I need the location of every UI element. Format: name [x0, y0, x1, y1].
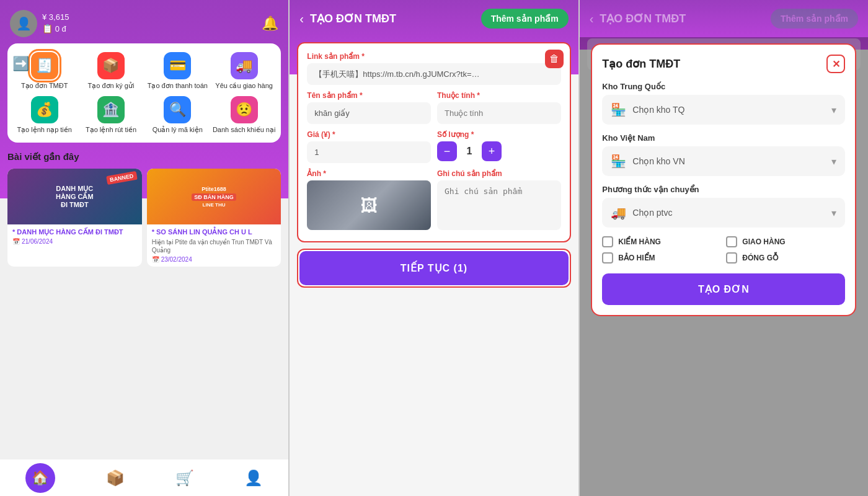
qty-field: Số lượng * − 1 + — [437, 130, 561, 163]
kho-tq-label: Kho Trung Quốc — [602, 82, 845, 91]
checkbox-box-bao-hiem — [602, 252, 613, 264]
create-order-title-bg: TẠO ĐƠN TMĐT — [600, 12, 764, 25]
menu-item-thanh-toan[interactable]: 💳 Tạo đơn thanh toán — [146, 52, 210, 90]
kho-vn-placeholder: Chọn kho VN — [632, 156, 684, 166]
menu-item-giao-hang[interactable]: 🚚 Yêu cầu giao hàng — [212, 52, 276, 90]
home-header: 👤 ¥ 3,615 📋 0 đ 🔔 — [0, 0, 288, 43]
nav-packages[interactable]: 📦 — [106, 469, 125, 487]
calendar-icon-2: 📅 — [152, 256, 159, 263]
checkbox-bao-hiem[interactable]: BẢO HIỂM — [602, 252, 721, 264]
menu-icon-rut-tien: 🏦 — [97, 96, 125, 123]
kho-vn-select[interactable]: 🏪 Chọn kho VN ▾ — [602, 146, 845, 176]
back-button[interactable]: ‹ — [299, 12, 304, 26]
name-input[interactable] — [307, 102, 431, 124]
note-field: Ghi chú sản phẩm — [437, 169, 561, 232]
product-image[interactable]: 🖼 — [307, 180, 431, 230]
modal-title: Tạo đơn TMĐT — [602, 57, 680, 71]
delete-product-button[interactable]: 🗑 — [545, 50, 564, 68]
panel-home: 👤 ¥ 3,615 📋 0 đ 🔔 ➡️ 🧾 Tạo đơn TMĐT 📦 — [0, 0, 288, 496]
article-date-1: 📅 21/06/2024 — [12, 238, 137, 245]
nav-home[interactable]: 🏠 — [25, 463, 55, 493]
name-attr-row: Tên sản phẩm * Thuộc tính * — [307, 91, 560, 124]
price-qty-row: Giá (¥) * Số lượng * − 1 + — [307, 130, 560, 163]
article-desc-2: Hiện tại Ptite đa vận chuyển Trun TMĐT V… — [152, 238, 277, 254]
menu-label-tao-don-ky-gui: Tạo đơn ký gửi — [88, 82, 135, 90]
articles-section: Bài viết gần đây BANNED DANH MỤCHÀNG CẤM… — [0, 143, 288, 272]
menu-icon-thanh-toan: 💳 — [164, 52, 191, 79]
articles-grid: BANNED DANH MỤCHÀNG CẤMĐI TMĐT * DANH MỤ… — [7, 169, 281, 267]
modal-create-button[interactable]: TẠO ĐƠN — [602, 273, 845, 305]
link-input[interactable] — [307, 63, 560, 85]
kho-tq-select-inner: 🏪 Chọn kho TQ — [611, 102, 684, 117]
nav-cart[interactable]: 🛒 — [175, 469, 194, 487]
modal-close-button[interactable]: ✕ — [826, 55, 845, 73]
article-meta-1: * DANH MỤC HÀNG CẤM ĐI TMĐT 📅 21/06/2024 — [7, 224, 142, 249]
warehouse-tq-icon: 🏪 — [611, 102, 626, 117]
continue-button[interactable]: TIẾP TỤC (1) — [299, 251, 568, 285]
kho-tq-select[interactable]: 🏪 Chọn kho TQ ▾ — [602, 95, 845, 125]
note-textarea[interactable] — [437, 180, 561, 230]
bottom-nav: 🏠 📦 🛒 👤 — [0, 459, 288, 496]
kho-vn-label: Kho Việt Nam — [602, 133, 845, 143]
photo-field: Ảnh * 🖼 — [307, 169, 431, 232]
menu-item-tao-don-ky-gui[interactable]: 📦 Tạo đơn ký gửi — [79, 52, 143, 90]
packages-icon: 📦 — [106, 469, 125, 487]
article-img-1: BANNED DANH MỤCHÀNG CẤMĐI TMĐT — [7, 169, 142, 224]
menu-item-khieu-nai[interactable]: 😟 Danh sách khiếu nại — [212, 96, 276, 134]
ptvc-icon: 🚚 — [611, 205, 626, 220]
checkbox-label-giao-hang: GIAO HÀNG — [742, 237, 785, 246]
menu-item-nap-tien[interactable]: 💰 Tạo lệnh nạp tiền — [12, 96, 76, 134]
menu-label-ma-kien: Quản lý mã kiện — [153, 126, 203, 134]
checkbox-kiem-hang[interactable]: KIỂM HÀNG — [602, 236, 721, 247]
arrow-indicator: ➡️ — [12, 56, 29, 72]
menu-label-tao-don-tmdt: Tạo đơn TMĐT — [21, 82, 68, 90]
article-meta-2: * SO SÁNH LIN QUẢNG CH U L Hiện tại Ptit… — [147, 224, 281, 267]
kho-vn-select-inner: 🏪 Chọn kho VN — [611, 154, 684, 169]
calendar-icon: 📅 — [12, 238, 20, 245]
attr-input[interactable] — [437, 102, 561, 124]
modal-header: Tạo đơn TMĐT ✕ — [602, 55, 845, 73]
qty-minus-button[interactable]: − — [437, 141, 457, 161]
note-label: Ghi chú sản phẩm — [437, 169, 561, 178]
menu-icon-ma-kien: 🔍 — [164, 96, 191, 123]
checkbox-label-bao-hiem: BẢO HIỂM — [618, 254, 655, 262]
avatar[interactable]: 👤 — [10, 10, 37, 37]
ptvc-select[interactable]: 🚚 Chọn ptvc ▾ — [602, 198, 845, 228]
qty-label: Số lượng * — [437, 130, 561, 139]
article-text-1: DANH MỤCHÀNG CẤMĐI TMĐT — [56, 185, 94, 208]
article-item-danh-muc[interactable]: BANNED DANH MỤCHÀNG CẤMĐI TMĐT * DANH MỤ… — [7, 169, 142, 267]
continue-button-wrap: TIẾP TỤC (1) — [297, 249, 570, 288]
add-product-button[interactable]: Thêm sản phẩm — [481, 9, 569, 29]
product-image-inner: 🖼 — [307, 180, 431, 230]
article-text-2: Ptite1688 SĐ BÁN HÀNG LINE THU — [192, 186, 236, 208]
price-label: Giá (¥) * — [307, 130, 431, 139]
price-input[interactable] — [307, 141, 431, 163]
menu-label-thanh-toan: Tạo đơn thanh toán — [148, 82, 208, 90]
name-label: Tên sản phẩm * — [307, 91, 431, 100]
kho-tq-placeholder: Chọn kho TQ — [632, 105, 684, 115]
menu-icon-nap-tien: 💰 — [31, 96, 58, 123]
menu-item-ma-kien[interactable]: 🔍 Quản lý mã kiện — [146, 96, 210, 134]
checkbox-dong-go[interactable]: ĐÓNG GỖ — [726, 252, 845, 264]
menu-grid: ➡️ 🧾 Tạo đơn TMĐT 📦 Tạo đơn ký gửi 💳 Tạo… — [12, 52, 276, 134]
panel-create-order: ‹ TẠO ĐƠN TMĐT Thêm sản phẩm 🗑 Link sản … — [288, 0, 579, 496]
checkbox-giao-hang[interactable]: GIAO HÀNG — [726, 236, 845, 247]
menu-icon-tao-don-tmdt: ➡️ 🧾 — [31, 52, 58, 79]
warehouse-vn-icon: 🏪 — [611, 154, 626, 169]
checkbox-box-giao-hang — [726, 236, 737, 247]
qty-plus-button[interactable]: + — [482, 141, 502, 161]
notification-bell-icon[interactable]: 🔔 — [262, 16, 278, 32]
menu-item-rut-tien[interactable]: 🏦 Tạo lệnh rút tiền — [79, 96, 143, 134]
menu-label-giao-hang: Yêu cầu giao hàng — [215, 82, 273, 90]
attr-field: Thuộc tính * — [437, 91, 561, 124]
checkbox-label-kiem-hang: KIỂM HÀNG — [618, 237, 661, 246]
menu-icon-giao-hang: 🚚 — [231, 52, 258, 79]
product-card: 🗑 Link sản phẩm * Tên sản phẩm * Thuộc t… — [297, 42, 570, 242]
article-item-so-sanh[interactable]: Ptite1688 SĐ BÁN HÀNG LINE THU * SO SÁNH… — [147, 169, 281, 267]
nav-profile[interactable]: 👤 — [244, 469, 263, 487]
menu-item-tao-don-tmdt[interactable]: ➡️ 🧾 Tạo đơn TMĐT — [12, 52, 76, 90]
modal-overlay: Tạo đơn TMĐT ✕ Kho Trung Quốc 🏪 Chọn kho… — [580, 37, 868, 496]
balance-yen: ¥ 3,615 — [42, 12, 69, 23]
create-order-title: TẠO ĐƠN TMĐT — [310, 12, 475, 25]
article-title-2: * SO SÁNH LIN QUẢNG CH U L — [152, 228, 277, 236]
